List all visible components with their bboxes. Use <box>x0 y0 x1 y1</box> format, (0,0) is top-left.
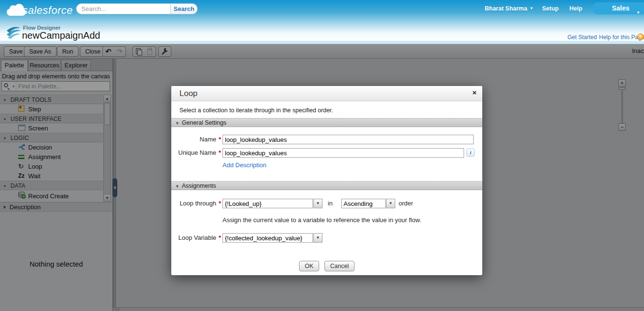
dialog-buttons: OK Cancel <box>171 261 482 271</box>
help-question-icon[interactable]: ? <box>637 33 644 40</box>
flow-title: newCampaignAdd <box>22 30 100 41</box>
close-icon[interactable]: × <box>472 88 477 97</box>
setup-link[interactable]: Setup <box>542 5 559 12</box>
loop-variable-input[interactable] <box>222 233 313 243</box>
top-header: salesforce Search Bharat Sharma▼ Setup H… <box>0 0 644 41</box>
in-label: in <box>328 199 333 208</box>
flow-designer-wave-icon <box>6 25 21 40</box>
required-asterisk: * <box>219 233 221 243</box>
global-search-button[interactable]: Search <box>171 3 198 14</box>
loop-through-dropdown-icon[interactable]: ▼ <box>313 199 322 208</box>
collapse-triangle-icon: ▼ <box>175 184 179 189</box>
add-description-row: Add Description <box>171 161 482 170</box>
add-description-link[interactable]: Add Description <box>222 161 266 170</box>
name-input[interactable] <box>222 135 474 144</box>
dialog-title: Loop <box>179 89 198 98</box>
loop-variable-row: Loop Variable * ▼ <box>171 233 482 243</box>
required-asterisk: * <box>219 148 221 158</box>
required-asterisk: * <box>219 135 221 144</box>
salesforce-logo: salesforce <box>7 3 78 18</box>
global-search-input[interactable] <box>76 3 171 14</box>
loop-dialog: Loop × Select a collection to iterate th… <box>171 86 482 275</box>
order-dropdown-icon[interactable]: ▼ <box>386 199 395 208</box>
name-label: Name <box>171 135 216 144</box>
unique-name-input[interactable] <box>222 148 464 158</box>
collapse-triangle-icon: ▼ <box>175 121 179 126</box>
header-divider-strip <box>0 41 644 44</box>
name-row: Name * <box>171 135 482 144</box>
help-link[interactable]: Help <box>569 5 582 12</box>
user-menu[interactable]: Bharat Sharma▼ <box>485 5 533 12</box>
dialog-intro-text: Select a collection to iterate through i… <box>179 107 333 114</box>
caret-down-icon: ▼ <box>636 7 640 19</box>
order-select-input[interactable] <box>341 199 386 208</box>
app-menu-sales[interactable]: Sales▼ <box>592 2 644 14</box>
loop-through-input[interactable] <box>222 199 313 208</box>
get-started-link[interactable]: Get Started <box>567 34 597 41</box>
general-settings-section[interactable]: ▼ General Settings <box>171 118 482 127</box>
required-asterisk: * <box>219 199 221 208</box>
info-icon[interactable]: i <box>466 149 475 157</box>
brand-wordmark: salesforce <box>22 4 73 17</box>
assignments-section[interactable]: ▼ Assignments <box>171 181 482 190</box>
cancel-button[interactable]: Cancel <box>324 261 355 271</box>
unique-name-label: Unique Name <box>171 148 216 158</box>
loop-through-row: Loop through * ▼ in ▼ order <box>171 199 482 208</box>
caret-down-icon: ▼ <box>530 6 533 11</box>
assign-hint-row: Assign the current value to a variable t… <box>171 215 482 225</box>
ok-button[interactable]: OK <box>299 261 319 271</box>
order-label: order <box>399 199 413 208</box>
loop-variable-label: Loop Variable <box>171 233 216 243</box>
loop-through-label: Loop through <box>171 199 216 208</box>
loop-variable-dropdown-icon[interactable]: ▼ <box>313 233 322 243</box>
unique-name-row: Unique Name * i <box>171 148 482 158</box>
flow-designer-screen: salesforce Search Bharat Sharma▼ Setup H… <box>0 0 644 311</box>
assign-hint-text: Assign the current value to a variable t… <box>222 215 422 225</box>
dialog-title-bar: Loop × <box>171 86 482 101</box>
